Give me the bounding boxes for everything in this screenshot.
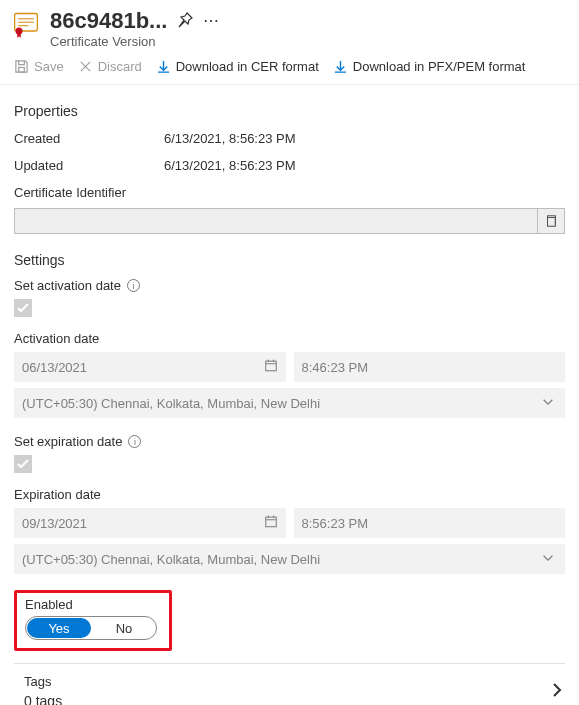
updated-label: Updated: [14, 158, 164, 173]
pin-icon[interactable]: [177, 12, 193, 31]
toolbar: Save Discard Download in CER format Down…: [0, 49, 579, 85]
cert-identifier-label: Certificate Identifier: [14, 185, 565, 200]
cert-identifier-input[interactable]: [14, 208, 537, 234]
expiration-date-label: Expiration date: [14, 487, 101, 502]
svg-rect-8: [548, 218, 556, 227]
expiration-date-value: 09/13/2021: [22, 516, 87, 531]
discard-label: Discard: [98, 59, 142, 74]
save-label: Save: [34, 59, 64, 74]
expiration-checkbox[interactable]: [14, 455, 32, 473]
svg-point-4: [16, 28, 23, 35]
certificate-icon: [12, 10, 40, 38]
page-title: 86c9481b...: [50, 8, 167, 34]
settings-heading: Settings: [14, 252, 565, 268]
tags-row[interactable]: Tags 0 tags: [14, 664, 565, 705]
calendar-icon: [264, 515, 278, 532]
created-label: Created: [14, 131, 164, 146]
activation-timezone-value: (UTC+05:30) Chennai, Kolkata, Mumbai, Ne…: [22, 396, 320, 411]
info-icon[interactable]: i: [127, 279, 140, 292]
enabled-toggle[interactable]: Yes No: [25, 616, 157, 640]
activation-time-input[interactable]: 8:46:23 PM: [294, 352, 566, 382]
activation-date-input[interactable]: 06/13/2021: [14, 352, 286, 382]
expiration-time-value: 8:56:23 PM: [302, 516, 369, 531]
activation-date-label: Activation date: [14, 331, 99, 346]
page-subtitle: Certificate Version: [50, 34, 220, 49]
enabled-label: Enabled: [25, 597, 161, 612]
download-cer-label: Download in CER format: [176, 59, 319, 74]
chevron-down-icon: [541, 551, 555, 568]
created-value: 6/13/2021, 8:56:23 PM: [164, 131, 296, 146]
download-pfx-button[interactable]: Download in PFX/PEM format: [333, 59, 526, 74]
enabled-highlight: Enabled Yes No: [14, 590, 172, 651]
discard-button: Discard: [78, 59, 142, 74]
tags-count: 0 tags: [24, 693, 62, 705]
expiration-timezone-value: (UTC+05:30) Chennai, Kolkata, Mumbai, Ne…: [22, 552, 320, 567]
chevron-down-icon: [541, 395, 555, 412]
more-icon[interactable]: ⋯: [203, 13, 220, 29]
calendar-icon: [264, 359, 278, 376]
activation-timezone-select[interactable]: (UTC+05:30) Chennai, Kolkata, Mumbai, Ne…: [14, 388, 565, 418]
svg-rect-9: [265, 361, 276, 371]
updated-value: 6/13/2021, 8:56:23 PM: [164, 158, 296, 173]
expiration-time-input[interactable]: 8:56:23 PM: [294, 508, 566, 538]
download-cer-button[interactable]: Download in CER format: [156, 59, 319, 74]
activation-time-value: 8:46:23 PM: [302, 360, 369, 375]
save-button: Save: [14, 59, 64, 74]
set-activation-label: Set activation date: [14, 278, 121, 293]
svg-rect-5: [19, 67, 25, 72]
set-expiration-label: Set expiration date: [14, 434, 122, 449]
expiration-date-input[interactable]: 09/13/2021: [14, 508, 286, 538]
download-pfx-label: Download in PFX/PEM format: [353, 59, 526, 74]
tags-label: Tags: [24, 674, 62, 689]
properties-heading: Properties: [14, 103, 565, 119]
activation-checkbox[interactable]: [14, 299, 32, 317]
chevron-right-icon: [549, 682, 565, 701]
copy-button[interactable]: [537, 208, 565, 234]
enabled-yes[interactable]: Yes: [27, 618, 91, 638]
info-icon[interactable]: i: [128, 435, 141, 448]
expiration-timezone-select[interactable]: (UTC+05:30) Chennai, Kolkata, Mumbai, Ne…: [14, 544, 565, 574]
svg-rect-13: [265, 517, 276, 527]
activation-date-value: 06/13/2021: [22, 360, 87, 375]
enabled-no[interactable]: No: [92, 617, 156, 639]
